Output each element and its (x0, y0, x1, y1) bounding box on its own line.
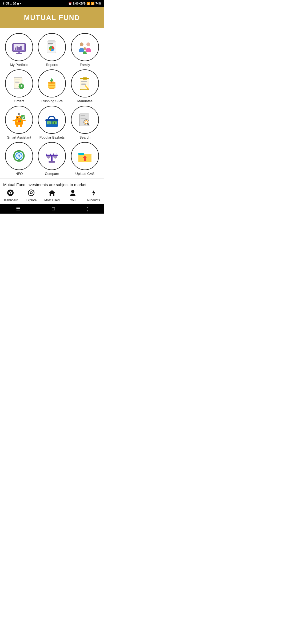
svg-rect-21 (15, 82, 19, 83)
svg-point-50 (20, 120, 21, 122)
svg-rect-20 (15, 81, 19, 81)
circle-mandates (71, 69, 99, 97)
nav-label-explore: Explore (26, 198, 37, 202)
label-running-sips: Running SIPs (41, 99, 63, 103)
nav-item-dashboard[interactable]: Dashboard (2, 189, 18, 202)
circle-my-portfolio (5, 33, 33, 61)
svg-rect-11 (48, 41, 55, 42)
svg-text:₹: ₹ (18, 154, 20, 158)
battery-text: 74% (95, 2, 101, 5)
speed-text: 1:00KB/S (73, 2, 86, 5)
grid-row-2: ₹ Orders ₹ ~ (3, 69, 101, 103)
app-title: MUTUAL FUND (24, 14, 80, 22)
svg-text:$: $ (54, 122, 55, 124)
grid-row-1: My Portfolio R (3, 33, 101, 67)
label-mandates: Mandates (77, 99, 93, 103)
portfolio-icon (10, 38, 28, 56)
menu-item-orders[interactable]: ₹ Orders (5, 69, 34, 103)
nav-item-products[interactable]: Products (86, 189, 102, 202)
svg-point-42 (18, 113, 20, 115)
svg-point-17 (83, 47, 86, 50)
menu-item-reports[interactable]: Reports (37, 33, 67, 67)
reports-icon (43, 38, 61, 56)
status-right: ⏰ 1:00KB/S 📶 📶 74% (68, 2, 101, 5)
nav-home-icon[interactable]: □ (52, 206, 55, 212)
svg-point-90 (11, 192, 13, 193)
nav-label-dashboard: Dashboard (3, 198, 18, 202)
svg-rect-35 (81, 83, 86, 84)
circle-upload-cas (71, 142, 99, 170)
svg-point-48 (17, 120, 18, 122)
menu-item-compare[interactable]: Compare (37, 142, 67, 176)
menu-item-mandates[interactable]: Mandates (70, 69, 99, 103)
svg-rect-85 (78, 153, 84, 155)
baskets-icon: $ $ (43, 111, 61, 128)
menu-item-nfo[interactable]: ₹ NFO (5, 142, 34, 176)
nav-menu-icon[interactable]: ☰ (16, 206, 20, 212)
grid-row-4: ₹ NFO (3, 142, 101, 176)
circle-running-sips: ₹ ~ ~ (38, 69, 66, 97)
menu-item-family[interactable]: Family (70, 33, 99, 67)
label-family: Family (80, 63, 90, 67)
circle-reports (38, 33, 66, 61)
svg-point-49 (18, 120, 20, 122)
search-icon (76, 111, 94, 128)
circle-compare (38, 142, 66, 170)
svg-rect-6 (18, 47, 20, 50)
svg-rect-12 (48, 43, 53, 44)
svg-rect-19 (15, 80, 20, 80)
nav-label-you: You (70, 198, 75, 202)
menu-item-popular-baskets[interactable]: $ $ Popular Baskets (37, 106, 67, 139)
svg-text:$: $ (49, 122, 50, 124)
svg-text:~: ~ (56, 78, 58, 81)
label-upload-cas: Upload CAS (75, 172, 95, 176)
nav-back-icon[interactable]: 〈 (86, 206, 88, 212)
grid-row-3: Smart Assistant $ $ (3, 106, 101, 139)
circle-orders: ₹ (5, 69, 33, 97)
svg-text:₹: ₹ (21, 85, 22, 88)
label-reports: Reports (46, 63, 58, 67)
circle-smart-assistant (5, 106, 33, 134)
menu-item-search[interactable]: Search (70, 106, 99, 139)
nav-item-you[interactable]: You (65, 189, 81, 202)
svg-rect-52 (13, 120, 15, 121)
svg-rect-77 (51, 155, 53, 162)
svg-text:~: ~ (46, 78, 47, 81)
svg-rect-36 (81, 84, 86, 85)
svg-rect-7 (20, 46, 22, 50)
explore-icon (27, 189, 35, 198)
label-nfo: NFO (15, 172, 23, 176)
label-search: Search (79, 135, 90, 139)
svg-rect-13 (48, 45, 52, 45)
sips-icon: ₹ ~ ~ (43, 75, 61, 92)
svg-marker-97 (92, 190, 95, 196)
svg-point-89 (10, 191, 11, 192)
upload-icon (76, 147, 94, 165)
circle-family (71, 33, 99, 61)
label-compare: Compare (45, 172, 59, 176)
svg-rect-54 (16, 125, 18, 127)
circle-search (71, 106, 99, 134)
nav-item-most-used[interactable]: Most Used (44, 189, 60, 202)
svg-point-46 (20, 117, 21, 118)
signal-icon: 📶 (91, 2, 95, 5)
dashboard-icon (7, 189, 14, 198)
nav-label-most-used: Most Used (44, 198, 59, 202)
menu-item-my-portfolio[interactable]: My Portfolio (5, 33, 34, 67)
nav-item-explore[interactable]: Explore (23, 189, 39, 202)
svg-point-87 (7, 190, 14, 196)
svg-marker-95 (49, 190, 55, 196)
svg-point-16 (86, 42, 90, 46)
menu-item-smart-assistant[interactable]: Smart Assistant (5, 106, 34, 139)
mandates-icon (76, 75, 94, 92)
svg-point-15 (80, 42, 83, 46)
family-icon (76, 38, 94, 56)
svg-point-45 (17, 117, 18, 118)
svg-point-88 (9, 192, 10, 193)
label-smart-assistant: Smart Assistant (7, 135, 31, 139)
svg-rect-55 (20, 125, 22, 127)
svg-rect-79 (46, 155, 58, 156)
menu-item-running-sips[interactable]: ₹ ~ ~ Running SIPs (37, 69, 67, 103)
svg-rect-57 (45, 119, 58, 121)
menu-item-upload-cas[interactable]: Upload CAS (70, 142, 99, 176)
